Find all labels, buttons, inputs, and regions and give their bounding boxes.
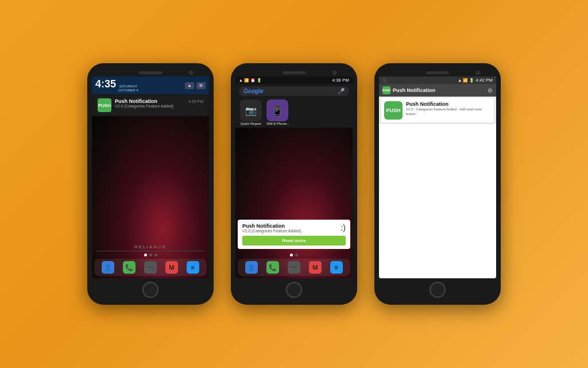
- phone-1-bottom: [92, 278, 209, 299]
- phone-2-app-label-1: Quick Repost: [240, 122, 262, 125]
- phone-1-date: SATURDAY OCTOBER 4: [118, 85, 138, 93]
- phone-3-status-bar: ⬛ ▲ 📶 🔋 4:42 PM: [379, 76, 496, 84]
- phone-2-wifi-icon: ▲: [239, 78, 243, 82]
- phone-2-dock-menu[interactable]: ≡: [330, 261, 343, 274]
- phone-1-home-button[interactable]: [142, 282, 158, 298]
- dock-icon-contacts[interactable]: 👤: [102, 261, 114, 274]
- phone-3-bottom: [379, 278, 496, 299]
- phone-2-dock-phone[interactable]: 📞: [266, 261, 279, 274]
- phone-2-dock-gmail[interactable]: M: [309, 261, 322, 274]
- phone-1-carrier: RELIANCE: [92, 244, 209, 250]
- phone-3-notif-body: V2.0 - Categories Feature Added - Add re…: [406, 107, 491, 117]
- phone-2-signal-icon: 📶: [244, 78, 249, 83]
- phone-1-status-bar: 4:35 SATURDAY OCTOBER 4 ▲ ⊞: [92, 76, 209, 94]
- phone-2: ▲ 📶 ⏰ 🔋 4:38 PM Google 🎤 📷 Quick Repost: [231, 63, 357, 305]
- phone-1-signal-icon: ▲: [185, 82, 194, 89]
- phone-2-app-icon-2: 📱: [266, 99, 288, 121]
- phone-3-battery-icon: 🔋: [469, 78, 474, 83]
- phone-2-status-bar: ▲ 📶 ⏰ 🔋 4:38 PM: [235, 76, 353, 84]
- phone-3-header: PUSH Push Notification ⚙: [379, 84, 496, 97]
- phone-2-top: [235, 69, 353, 76]
- phone-1-dot-3: [154, 254, 157, 256]
- phone-3-notif-big-icon: PUSH: [384, 101, 403, 120]
- phone-2-speaker: [283, 71, 305, 74]
- phone-3-camera: [476, 71, 480, 75]
- phone-2-app-sim[interactable]: 📱 SIM & Phone...: [266, 99, 289, 125]
- phone-2-wallpaper: :) Push Notification V2.0 [Categories Fe…: [235, 128, 353, 278]
- phone-2-app-label-2: SIM & Phone...: [266, 122, 289, 125]
- phone-3-settings-icon[interactable]: ⚙: [488, 87, 493, 94]
- phone-1-date-text: OCTOBER 4: [118, 89, 138, 93]
- phone-1-day: SATURDAY: [119, 85, 137, 89]
- dock-icon-gmail[interactable]: M: [165, 261, 178, 274]
- phone-3-wifi-icon: ▲: [458, 78, 462, 82]
- phone-1-divider: [96, 251, 204, 251]
- phone-2-dot-1: [290, 254, 293, 256]
- phone-3-time: 4:42 PM: [475, 78, 493, 83]
- phone-3-top: [379, 69, 496, 76]
- phone-3-header-left: PUSH Push Notification: [382, 86, 435, 94]
- phone-2-left-icons: ▲ 📶 ⏰ 🔋: [239, 78, 262, 83]
- phone-2-dots: [235, 254, 353, 256]
- dock-icon-apps[interactable]: ⋯: [144, 261, 157, 274]
- phone-1-notif-app-icon: PUSH: [98, 98, 111, 112]
- phone-2-notification-popup[interactable]: :) Push Notification V2.0 [Categories Fe…: [238, 220, 350, 249]
- phone-1-notif-title: Push Notification: [115, 98, 157, 104]
- phone-3-signal-icon: 📶: [463, 78, 468, 83]
- phone-3-notification-card[interactable]: PUSH Push Notification V2.0 - Categories…: [381, 98, 494, 122]
- phone-2-app-icon-1: 📷: [240, 99, 262, 121]
- phone-2-popup-emoji: :): [341, 223, 346, 232]
- phone-3-header-title: Push Notification: [393, 87, 435, 93]
- phone-2-dock-apps[interactable]: ⋯: [288, 261, 300, 274]
- phone-1-dock: 👤 📞 ⋯ M ≡: [94, 259, 207, 276]
- dock-icon-menu[interactable]: ≡: [187, 261, 199, 274]
- phone-2-search-label: Google: [243, 88, 263, 94]
- phone-1-notif-content: Push Notification 4:35 PM V2.0 [Categori…: [115, 98, 203, 108]
- phone-2-app-grid: 📷 Quick Repost 📱 SIM & Phone...: [235, 97, 353, 128]
- phone-1-dot-2: [149, 254, 152, 256]
- phone-1-dot-1: [144, 254, 147, 256]
- phone-3-notif-title: Push Notification: [406, 101, 491, 107]
- phone-3-home-button[interactable]: [430, 282, 446, 298]
- phone-1-wallpaper: RELIANCE 👤 📞 ⋯ M ≡: [92, 116, 209, 278]
- phone-2-bottom: [235, 278, 353, 299]
- phone-1-speaker: [139, 71, 162, 74]
- dock-icon-phone[interactable]: 📞: [123, 261, 136, 274]
- phone-2-alarm-icon: ⏰: [250, 78, 256, 83]
- phone-1-dots: [92, 254, 209, 256]
- phone-2-app-quick-repost[interactable]: 📷 Quick Repost: [240, 99, 262, 125]
- phone-1-screen: 4:35 SATURDAY OCTOBER 4 ▲ ⊞ PUSH: [92, 76, 209, 278]
- phone-2-dock: 👤 📞 ⋯ M ≡: [238, 259, 350, 276]
- phone-3: ⬛ ▲ 📶 🔋 4:42 PM PUSH Push Notification ⚙: [374, 63, 501, 305]
- phone-2-camera: [332, 71, 336, 75]
- phone-2-screen: ▲ 📶 ⏰ 🔋 4:38 PM Google 🎤 📷 Quick Repost: [235, 76, 353, 278]
- phone-1-notif-time: 4:35 PM: [188, 99, 203, 103]
- phone-1: 4:35 SATURDAY OCTOBER 4 ▲ ⊞ PUSH: [87, 63, 214, 305]
- phone-1-notification[interactable]: PUSH Push Notification 4:35 PM V2.0 [Cat…: [94, 95, 207, 115]
- phone-1-time: 4:35: [95, 78, 116, 90]
- phone-2-time: 4:38 PM: [332, 78, 349, 83]
- phone-3-header-app-icon: PUSH: [382, 86, 390, 94]
- phone-3-notif-content: Push Notification V2.0 - Categories Feat…: [406, 101, 491, 117]
- phone-1-status-icons: ▲ ⊞: [185, 82, 206, 89]
- phone-3-content-area: [379, 124, 496, 278]
- phone-2-search-bar[interactable]: Google 🎤: [239, 86, 349, 96]
- phone-2-battery-icon: 🔋: [257, 78, 262, 83]
- phone-2-home-button[interactable]: [286, 282, 302, 298]
- phone-3-right-icons: ▲ 📶 🔋 4:42 PM: [458, 78, 493, 83]
- phone-2-dot-2: [295, 254, 298, 256]
- phone-3-left-icons: ⬛: [382, 78, 388, 83]
- phone-1-notif-body: V2.0 [Categories Feature Added]: [115, 104, 203, 108]
- phone-2-popup-title: Push Notification: [242, 223, 346, 229]
- phone-2-mic-icon[interactable]: 🎤: [338, 88, 345, 94]
- phone-2-popup-body: V2.0 [Categories Feature Added]: [242, 229, 346, 233]
- phone-2-read-more-button[interactable]: Read more: [242, 236, 346, 246]
- phone-3-screen: ⬛ ▲ 📶 🔋 4:42 PM PUSH Push Notification ⚙: [379, 76, 496, 278]
- phone-2-dock-contacts[interactable]: 👤: [245, 261, 258, 274]
- phone-1-grid-icon: ⊞: [196, 82, 206, 89]
- phone-3-speaker: [426, 71, 449, 74]
- phone-1-camera: [189, 71, 193, 75]
- phone-3-notif-icon: ⬛: [382, 78, 388, 83]
- phone-1-top: [92, 69, 209, 76]
